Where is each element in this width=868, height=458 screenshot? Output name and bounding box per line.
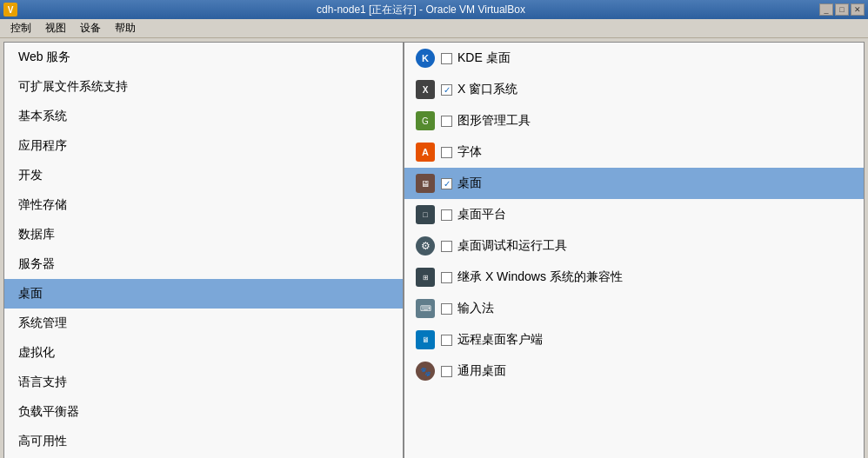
kde-checkbox-area[interactable] [441,53,452,64]
left-item-virt[interactable]: 虚拟化 [4,338,403,368]
font-checkbox-area[interactable] [441,147,452,158]
desktop-label: 桌面 [457,176,482,191]
compat-label: 继承 X Windows 系统的兼容性 [457,269,623,285]
main-content: Web 服务 可扩展文件系统支持 基本系统 应用程序 开发 弹性存储 数据库 服… [3,42,865,458]
titlebar-title: cdh-node1 [正在运行] - Oracle VM VirtualBox [23,3,819,17]
left-item-sysadmin[interactable]: 系统管理 [4,309,403,338]
general-checkbox-area[interactable] [441,366,452,377]
compat-icon: ⊞ [415,267,436,288]
tools-label: 桌面调试和运行工具 [457,238,567,254]
kde-icon: K [415,48,436,69]
titlebar-controls: _ □ ✕ [819,3,865,16]
tools-icon: ⚙ [415,236,436,256]
menu-view[interactable]: 视图 [38,19,73,37]
font-icon: A [415,142,436,163]
right-item-graph[interactable]: G 图形管理工具 [404,105,864,136]
font-label: 字体 [457,144,482,160]
platform-icon: □ [415,204,436,225]
right-item-remote[interactable]: 🖥 远程桌面客户端 [404,324,864,355]
x-checkbox-area[interactable]: ✓ [441,84,452,96]
x-icon: X [415,79,436,100]
left-item-desktop[interactable]: 桌面 [4,279,403,309]
graph-checkbox[interactable] [441,116,452,127]
input-icon: ⌨ [415,298,436,319]
titlebar: V cdh-node1 [正在运行] - Oracle VM VirtualBo… [0,0,868,19]
input-label: 输入法 [457,301,494,316]
remote-checkbox[interactable] [441,335,452,346]
tools-checkbox[interactable] [441,241,452,252]
remote-label: 远程桌面客户端 [457,332,543,348]
kde-label: KDE 桌面 [457,50,511,66]
desktop-checkbox[interactable]: ✓ [441,178,452,189]
menubar: 控制 视图 设备 帮助 [0,19,868,38]
left-item-lang[interactable]: 语言支持 [4,368,403,397]
platform-label: 桌面平台 [457,207,506,222]
font-checkbox[interactable] [441,147,452,158]
remote-icon: 🖥 [415,329,436,350]
graph-label: 图形管理工具 [457,113,531,129]
remote-checkbox-area[interactable] [441,335,452,346]
right-item-tools[interactable]: ⚙ 桌面调试和运行工具 [404,230,864,262]
general-icon: 🐾 [415,361,436,382]
right-item-x[interactable]: X ✓ X 窗口系统 [404,74,864,105]
close-button[interactable]: ✕ [851,3,865,16]
right-item-platform[interactable]: □ 桌面平台 [404,199,864,230]
kde-checkbox[interactable] [441,53,452,64]
left-item-base[interactable]: 基本系统 [4,102,403,131]
platform-checkbox-area[interactable] [441,209,452,221]
graph-icon: G [415,110,436,131]
input-checkbox[interactable] [441,303,452,315]
input-checkbox-area[interactable] [441,303,452,315]
right-item-compat[interactable]: ⊞ 继承 X Windows 系统的兼容性 [404,262,864,293]
right-panel: K KDE 桌面 X ✓ X 窗口系统 G 图形管理工具 [404,43,864,458]
left-item-lb[interactable]: 负载平衡器 [4,397,403,427]
menu-control[interactable]: 控制 [3,19,38,37]
left-item-elastic[interactable]: 弹性存储 [4,190,403,220]
right-item-font[interactable]: A 字体 [404,136,864,168]
tools-checkbox-area[interactable] [441,241,452,252]
x-checkbox[interactable]: ✓ [441,84,452,96]
compat-checkbox-area[interactable] [441,272,452,283]
left-item-ha[interactable]: 高可用性 [4,427,403,456]
minimize-button[interactable]: _ [819,3,833,16]
right-item-kde[interactable]: K KDE 桌面 [404,43,864,74]
compat-checkbox[interactable] [441,272,452,283]
left-item-dev[interactable]: 开发 [4,161,403,190]
right-item-input[interactable]: ⌨ 输入法 [404,293,864,324]
general-checkbox[interactable] [441,366,452,377]
desktop-checkbox-area[interactable]: ✓ [441,178,452,189]
left-item-fs[interactable]: 可扩展文件系统支持 [4,72,403,102]
app-icon: V [3,3,17,17]
menu-devices[interactable]: 设备 [73,19,108,37]
menu-help[interactable]: 帮助 [108,19,143,37]
left-item-apps[interactable]: 应用程序 [4,131,403,161]
graph-checkbox-area[interactable] [441,116,452,127]
left-item-web[interactable]: Web 服务 [4,43,403,72]
maximize-button[interactable]: □ [835,3,849,16]
x-label: X 窗口系统 [457,82,517,97]
right-item-desktop[interactable]: 🖥 ✓ 桌面 [404,168,864,199]
left-panel: Web 服务 可扩展文件系统支持 基本系统 应用程序 开发 弹性存储 数据库 服… [4,43,404,458]
left-item-server[interactable]: 服务器 [4,249,403,279]
left-item-db[interactable]: 数据库 [4,220,403,249]
platform-checkbox[interactable] [441,209,452,221]
desktop-icon: 🖥 [415,173,436,194]
general-label: 通用桌面 [457,363,506,379]
right-item-general[interactable]: 🐾 通用桌面 [404,355,864,387]
